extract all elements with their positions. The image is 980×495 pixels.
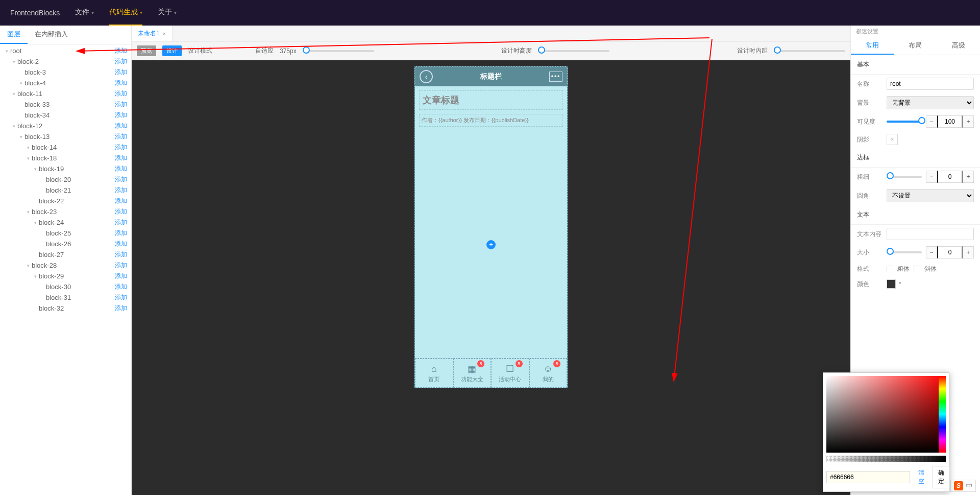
color-swatch[interactable] [887, 279, 896, 289]
back-icon[interactable]: ‹ [420, 70, 433, 83]
more-icon[interactable]: ••• [549, 72, 562, 82]
tree-node[interactable]: ▾block-14添加 [0, 142, 131, 153]
text-content-input[interactable] [887, 228, 974, 240]
expand-icon[interactable]: ▾ [33, 167, 38, 172]
hex-input[interactable] [826, 471, 910, 483]
expand-icon[interactable]: ▾ [33, 220, 38, 225]
preview-button[interactable]: 预览 [137, 45, 156, 56]
tree-node-label[interactable]: block-32 [38, 304, 115, 312]
visibility-slider[interactable] [887, 121, 922, 123]
tree-node-label[interactable]: block-24 [38, 219, 115, 226]
confirm-button[interactable]: 确定 [933, 466, 950, 488]
tabbar-item[interactable]: 8☺我的 [529, 359, 568, 388]
font-size-slider[interactable] [887, 251, 922, 253]
italic-checkbox[interactable] [914, 266, 920, 272]
tabbar-item[interactable]: ⌂首页 [415, 359, 453, 388]
add-button[interactable]: 添加 [115, 229, 127, 238]
add-button[interactable]: 添加 [115, 46, 127, 55]
tree-node[interactable]: ▾root添加 [0, 45, 131, 56]
tree-node[interactable]: block-31添加 [0, 292, 131, 303]
tree-node[interactable]: ▾block-19添加 [0, 163, 131, 174]
radius-select[interactable]: 不设置 [887, 189, 974, 202]
tree-node-label[interactable]: block-28 [31, 262, 115, 269]
device-titlebar[interactable]: ‹ 标题栏 ••• [415, 67, 567, 86]
menu-item[interactable]: 关于▾ [158, 0, 177, 26]
add-button[interactable]: 添加 [115, 143, 127, 152]
tree-node[interactable]: block-34添加 [0, 110, 131, 121]
tabbar-item[interactable]: 8☐活动中心 [491, 359, 529, 388]
add-button[interactable]: 添加 [115, 218, 127, 227]
tree-node-label[interactable]: block-13 [23, 133, 115, 140]
clear-button[interactable]: 清空 [913, 466, 929, 488]
add-button[interactable]: 添加 [115, 89, 127, 98]
alpha-slider[interactable] [826, 456, 946, 462]
expand-icon[interactable]: ▾ [26, 156, 31, 161]
expand-icon[interactable]: ▾ [26, 209, 31, 215]
expand-icon[interactable]: ▾ [11, 59, 16, 64]
expand-icon[interactable]: ▾ [18, 81, 23, 86]
expand-icon[interactable]: ▾ [26, 263, 31, 268]
expand-icon[interactable]: ▾ [33, 274, 38, 279]
tree-node[interactable]: block-3添加 [0, 67, 131, 78]
tree-node-label[interactable]: block-2 [16, 58, 115, 65]
tree-node-label[interactable]: block-27 [38, 251, 115, 258]
thickness-value[interactable] [937, 171, 963, 183]
tree-node[interactable]: block-22添加 [0, 196, 131, 206]
tree-node-label[interactable]: root [9, 47, 115, 55]
add-block-icon[interactable]: + [486, 240, 496, 249]
bold-checkbox[interactable] [887, 266, 893, 272]
article-title-block[interactable]: 文章标题 [419, 90, 563, 110]
thickness-slider[interactable] [887, 176, 922, 178]
tree-node[interactable]: ▾block-13添加 [0, 131, 131, 142]
expand-icon[interactable]: ▾ [11, 124, 16, 129]
tree-node-label[interactable]: block-30 [45, 283, 115, 291]
vis-plus-button[interactable]: + [963, 115, 974, 128]
expand-icon[interactable]: ▾ [26, 145, 31, 150]
tree-node[interactable]: ▾block-24添加 [0, 217, 131, 228]
tree-node[interactable]: ▾block-18添加 [0, 153, 131, 163]
tree-node[interactable]: block-25添加 [0, 228, 131, 239]
background-select[interactable]: 无背景 [887, 96, 974, 109]
design-button[interactable]: 设计 [162, 45, 182, 56]
tab-advanced[interactable]: 高级 [937, 37, 980, 55]
tree-node-label[interactable]: block-20 [45, 176, 115, 183]
visibility-value[interactable] [937, 115, 963, 128]
tree-node-label[interactable]: block-12 [16, 122, 115, 130]
tree-node[interactable]: ▾block-2添加 [0, 56, 131, 67]
device-frame[interactable]: ‹ 标题栏 ••• 文章标题 作者：{{author}} 发布日期：{{publ… [414, 66, 568, 388]
device-body[interactable]: + [415, 131, 567, 358]
tree-node[interactable]: ▾block-23添加 [0, 206, 131, 217]
tree-node-label[interactable]: block-3 [23, 68, 115, 76]
tree-node-label[interactable]: block-18 [31, 154, 115, 162]
tree-node[interactable]: ▾block-28添加 [0, 260, 131, 271]
tab-layers[interactable]: 图层 [0, 26, 28, 44]
tree-node-label[interactable]: block-34 [23, 111, 115, 119]
tree-node[interactable]: ▾block-11添加 [0, 88, 131, 99]
add-button[interactable]: 添加 [115, 186, 127, 195]
file-tab[interactable]: 未命名1 × [132, 26, 173, 41]
expand-icon[interactable]: ▾ [11, 91, 16, 97]
add-button[interactable]: 添加 [115, 304, 127, 313]
add-button[interactable]: 添加 [115, 68, 127, 77]
expand-icon[interactable]: ▾ [4, 49, 9, 54]
tree-node-label[interactable]: block-19 [38, 165, 115, 173]
height-slider[interactable] [538, 50, 609, 52]
thick-minus-button[interactable]: − [926, 171, 937, 183]
tree-node-label[interactable]: block-29 [38, 272, 115, 280]
add-button[interactable]: 添加 [115, 122, 127, 130]
article-meta[interactable]: 作者：{{author}} 发布日期：{{publishDate}} [419, 114, 563, 127]
menu-item[interactable]: 代码生成▾ [109, 0, 142, 26]
add-button[interactable]: 添加 [115, 111, 127, 120]
add-button[interactable]: 添加 [115, 240, 127, 248]
tree-node[interactable]: ▾block-4添加 [0, 78, 131, 88]
tabbar-item[interactable]: 8▦功能大全 [453, 359, 492, 388]
tree-node[interactable]: ▾block-12添加 [0, 121, 131, 131]
add-button[interactable]: 添加 [115, 79, 127, 87]
padding-slider[interactable] [774, 50, 845, 52]
tree-node[interactable]: block-32添加 [0, 303, 131, 314]
add-button[interactable]: 添加 [115, 132, 127, 141]
font-size-value[interactable] [937, 246, 963, 258]
size-minus-button[interactable]: − [926, 246, 937, 258]
tree-node-label[interactable]: block-33 [23, 101, 115, 108]
tree-node[interactable]: block-30添加 [0, 281, 131, 292]
